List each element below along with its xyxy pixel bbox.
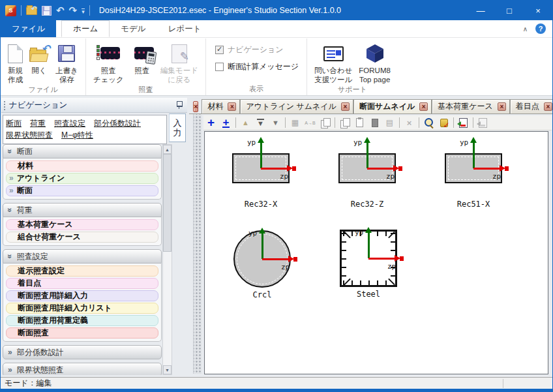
doc-tab-0[interactable]: 材料× xyxy=(202,99,240,113)
check-run-button[interactable]: 照査 xyxy=(127,39,157,76)
axis-z-label: zp xyxy=(492,172,501,181)
open-button[interactable]: ↶ 開く xyxy=(26,39,52,76)
input-tab[interactable]: 入力 xyxy=(169,113,186,142)
nav-item-2-1[interactable]: 着目点 xyxy=(6,278,158,289)
help-icon[interactable]: ? xyxy=(535,23,546,34)
doc-tab-label: 基本荷重ケース xyxy=(438,101,493,112)
toolbar-preview-zoom-button[interactable] xyxy=(421,116,436,130)
nav-section-header-0[interactable]: »断面 xyxy=(3,144,162,158)
toolbar-move-up-button[interactable]: ▲ xyxy=(238,116,253,130)
close-icon[interactable]: × xyxy=(498,102,506,111)
doc-tab-2[interactable]: 断面サムネイル× xyxy=(353,99,432,113)
toolbar-add-section-button[interactable]: + xyxy=(203,116,218,130)
nav-item-1-0[interactable]: 基本荷重ケース xyxy=(6,219,158,230)
navigation-scrollbar[interactable]: ▲ ▼ xyxy=(162,144,172,375)
toolbar-delete-button[interactable]: × xyxy=(402,116,417,130)
section-message-checkbox-row[interactable]: 断面計算メッセージ xyxy=(215,61,299,73)
undo-icon[interactable]: ↶ xyxy=(56,6,65,15)
nav-item-0-1[interactable]: »アウトライン xyxy=(6,173,158,184)
scroll-up-icon[interactable]: ▲ xyxy=(163,145,172,154)
nav-item-label: 材料 xyxy=(18,161,33,171)
nav-link-5[interactable]: M−φ特性 xyxy=(61,130,93,140)
app-icon[interactable]: S xyxy=(5,5,16,16)
minimize-button[interactable]: — xyxy=(466,1,495,20)
open-icon[interactable] xyxy=(26,7,37,15)
return-edit-mode-button[interactable]: 編集モード に戻る xyxy=(157,39,202,85)
grip-icon[interactable] xyxy=(3,100,6,110)
toolbar-copy-button[interactable] xyxy=(337,116,352,130)
close-icon[interactable]: × xyxy=(544,102,552,111)
new-button[interactable]: 新規 作成 xyxy=(5,39,26,85)
ribbon-tab-1[interactable]: ホーム xyxy=(61,20,110,37)
nav-item-0-0[interactable]: 材料 xyxy=(6,160,158,172)
toolbar-add-section-below-button[interactable]: + xyxy=(218,116,233,130)
nav-link-4[interactable]: 限界状態照査 xyxy=(6,130,53,140)
forum8-button[interactable]: FORUM8 Top page xyxy=(355,39,394,85)
nav-item-1-1[interactable]: 組合せ荷重ケース xyxy=(6,232,158,243)
ribbon-tab-2[interactable]: モデル xyxy=(110,20,157,37)
redo-icon[interactable]: ↷ xyxy=(69,6,78,15)
check-verify-button[interactable]: 照査 チェック xyxy=(90,39,127,85)
close-button[interactable]: × xyxy=(524,1,552,20)
ribbon-tab-3[interactable]: レポート xyxy=(157,20,213,37)
nav-item-2-2[interactable]: 断面照査用詳細入力 xyxy=(6,290,158,301)
ribbon-tab-0[interactable]: ファイル xyxy=(1,20,56,37)
toolbar-duplicate-button[interactable] xyxy=(318,116,333,130)
collapse-ribbon-icon[interactable]: ∧ xyxy=(523,25,528,33)
nav-section-header-4[interactable]: »限界状態照査 xyxy=(3,363,162,375)
doc-tab-4[interactable]: 着目点× xyxy=(510,99,553,113)
toolbar-export-button[interactable] xyxy=(367,116,382,130)
nav-item-2-0[interactable]: 道示照査設定 xyxy=(6,265,158,277)
nav-item-2-5[interactable]: 断面照査 xyxy=(6,327,158,339)
nav-item-2-4[interactable]: 断面照査用荷重定義 xyxy=(6,315,158,326)
nav-item-label: 断面照査用荷重定義 xyxy=(18,316,88,325)
doc-tab-3[interactable]: 基本荷重ケース× xyxy=(432,99,510,113)
navigation-panel: ナビゲーション 断面荷重照査設定部分係数設計限界状態照査M−φ特性 入力 »断面… xyxy=(1,98,188,376)
inquiry-tool-button[interactable]: 問い合わせ 支援ツール xyxy=(311,39,355,85)
nav-item-label: 基本荷重ケース xyxy=(18,220,73,230)
nav-link-3[interactable]: 部分係数設計 xyxy=(94,119,141,128)
checkbox-checked-icon[interactable] xyxy=(215,46,224,54)
nav-item-2-3[interactable]: 断面照査用詳細入力リスト xyxy=(6,303,158,314)
scrollbar-thumb[interactable] xyxy=(163,154,172,252)
toolbar-move-down-button[interactable]: ▼ xyxy=(253,116,268,130)
toolbar-cad-import-button[interactable] xyxy=(456,116,471,130)
nav-section-header-2[interactable]: »照査設定 xyxy=(3,249,162,264)
save-button[interactable]: 上書き 保存 xyxy=(52,39,82,85)
doc-tab-1[interactable]: アウトライン サムネイル× xyxy=(240,99,353,113)
document-tab-bar: × 材料×アウトライン サムネイル×断面サムネイル×基本荷重ケース×着目点× xyxy=(189,98,552,114)
toolbar-export-image-button[interactable]: ▦ xyxy=(288,116,303,130)
axis-y-label: yp xyxy=(353,138,362,147)
save-icon[interactable] xyxy=(42,6,52,16)
close-all-icon[interactable]: × xyxy=(193,101,198,112)
toolbar-verify-check-button[interactable] xyxy=(436,116,451,130)
close-icon[interactable]: × xyxy=(228,102,236,111)
nav-item-0-2[interactable]: »断面 xyxy=(6,185,158,196)
toolbar-cad-export-button[interactable] xyxy=(475,116,490,130)
toolbar-rename-button[interactable]: A→B xyxy=(303,116,318,130)
pin-icon[interactable] xyxy=(176,101,182,109)
nav-section-4: »限界状態照査 xyxy=(3,363,162,375)
nav-section-header-1[interactable]: »荷重 xyxy=(3,203,162,217)
close-icon[interactable]: × xyxy=(419,102,428,111)
thumbnail-canvas[interactable]: ypzpRec32-XypzpRec32-ZypzpRec51-XypzpCrc… xyxy=(204,131,548,374)
nav-section-1: »荷重基本荷重ケース組合せ荷重ケース xyxy=(3,203,162,246)
customize-caret-icon[interactable]: ▾ xyxy=(82,8,85,14)
checkbox-unchecked-icon[interactable] xyxy=(215,63,224,71)
toolbar-move-bottom-button[interactable]: ▼ xyxy=(268,116,283,130)
nav-section-header-3[interactable]: »部分係数設計 xyxy=(3,345,162,359)
cad-export-icon xyxy=(479,118,487,128)
scroll-down-icon[interactable]: ▼ xyxy=(163,365,172,374)
maximize-button[interactable]: □ xyxy=(495,1,524,20)
close-icon[interactable]: × xyxy=(341,102,350,111)
nav-link-0[interactable]: 断面 xyxy=(6,119,22,128)
splitter-grip[interactable] xyxy=(193,114,202,374)
navigation-checkbox-row[interactable]: ナビゲーション xyxy=(215,44,299,56)
nav-link-1[interactable]: 荷重 xyxy=(30,119,46,128)
toolbar-list-view-button[interactable]: ▤ xyxy=(382,116,397,130)
toolbar-paste-button[interactable] xyxy=(352,116,367,130)
axis-y-arrowhead xyxy=(470,137,477,143)
axis-y-label: yp xyxy=(355,228,363,237)
nav-link-2[interactable]: 照査設定 xyxy=(54,119,85,128)
axis-z-label: zp xyxy=(386,172,395,181)
